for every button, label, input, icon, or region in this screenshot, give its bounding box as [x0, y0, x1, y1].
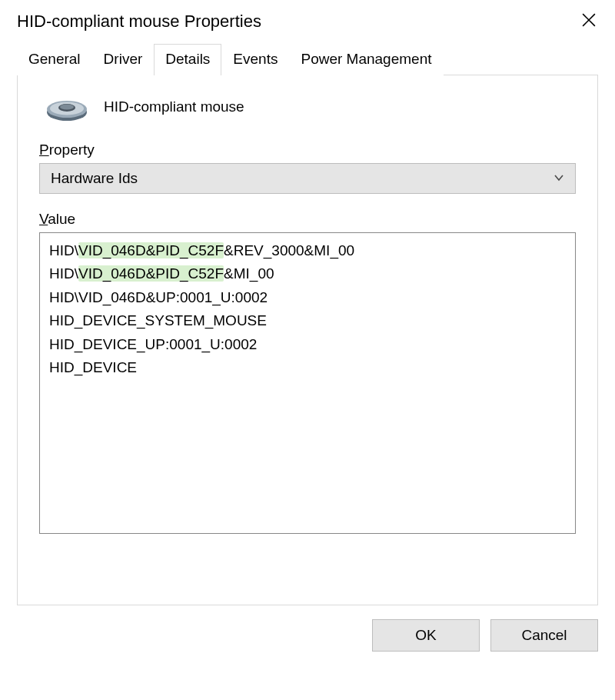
- value-item[interactable]: HID_DEVICE_UP:0001_U:0002: [49, 333, 566, 356]
- value-item[interactable]: HID_DEVICE: [49, 356, 566, 379]
- properties-dialog: HID-compliant mouse Properties General D…: [0, 0, 615, 700]
- value-item[interactable]: HID\VID_046D&PID_C52F&REV_3000&MI_00: [49, 239, 566, 262]
- ok-button[interactable]: OK: [372, 619, 480, 652]
- value-item[interactable]: HID\VID_046D&PID_C52F&MI_00: [49, 262, 566, 285]
- chevron-down-icon: [554, 170, 564, 187]
- tab-label: Driver: [104, 51, 143, 67]
- tabs-area: General Driver Details Events Power Mana…: [0, 43, 615, 605]
- dialog-footer: OK Cancel: [0, 605, 615, 652]
- tab-label: Details: [165, 51, 210, 67]
- value-label: Value: [39, 211, 576, 228]
- titlebar: HID-compliant mouse Properties: [0, 0, 615, 43]
- tab-general[interactable]: General: [17, 44, 92, 75]
- highlighted-text: VID_046D&PID_C52F: [78, 265, 224, 282]
- close-button[interactable]: [578, 11, 600, 32]
- button-label: OK: [415, 627, 436, 644]
- dialog-title: HID-compliant mouse Properties: [17, 12, 261, 32]
- svg-point-4: [60, 104, 74, 109]
- cancel-button[interactable]: Cancel: [490, 619, 598, 652]
- highlighted-text: VID_046D&PID_C52F: [78, 242, 224, 258]
- tab-label: General: [28, 51, 81, 67]
- button-label: Cancel: [521, 627, 567, 644]
- tab-events[interactable]: Events: [221, 44, 289, 75]
- value-item[interactable]: HID\VID_046D&UP:0001_U:0002: [49, 286, 566, 309]
- property-dropdown[interactable]: Hardware Ids: [39, 163, 576, 194]
- tab-content-details: HID-compliant mouse Property Hardware Id…: [17, 75, 598, 605]
- tab-driver[interactable]: Driver: [92, 44, 155, 75]
- tab-power-management[interactable]: Power Management: [289, 44, 443, 75]
- close-icon: [582, 13, 596, 31]
- tab-row: General Driver Details Events Power Mana…: [17, 43, 598, 75]
- value-listbox[interactable]: HID\VID_046D&PID_C52F&REV_3000&MI_00HID\…: [39, 232, 576, 534]
- device-header: HID-compliant mouse: [39, 92, 576, 122]
- tab-details[interactable]: Details: [154, 44, 221, 75]
- tab-label: Events: [233, 51, 278, 67]
- device-name: HID-compliant mouse: [104, 98, 244, 115]
- tab-label: Power Management: [301, 51, 431, 67]
- property-label: Property: [39, 142, 576, 158]
- property-selected-value: Hardware Ids: [51, 170, 138, 187]
- mouse-icon: [45, 92, 88, 122]
- value-item[interactable]: HID_DEVICE_SYSTEM_MOUSE: [49, 309, 566, 332]
